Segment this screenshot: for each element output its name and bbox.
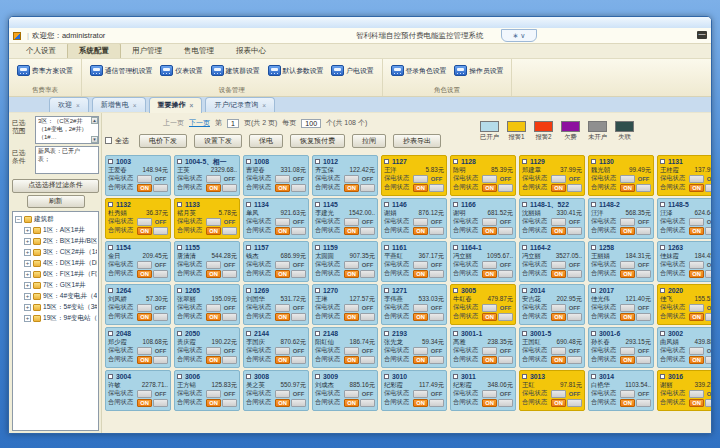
card-checkbox[interactable] bbox=[591, 374, 596, 379]
hezha-on-badge[interactable]: ON bbox=[413, 270, 428, 278]
selected-condition-box[interactable]: 新风表：已开户表； bbox=[35, 146, 99, 174]
meter-card-3001-1[interactable]: 3001-1高雅238.35元保电状态OFF合闸状态ON bbox=[450, 327, 516, 368]
hezha-on-badge[interactable]: ON bbox=[275, 399, 290, 407]
baodian-on-toggle[interactable] bbox=[137, 175, 152, 183]
card-checkbox[interactable] bbox=[384, 331, 389, 336]
tree-root[interactable]: −建筑群 bbox=[15, 214, 97, 225]
baodian-on-toggle[interactable] bbox=[689, 390, 704, 398]
expand-icon[interactable]: + bbox=[24, 315, 31, 322]
hezha-off-toggle[interactable] bbox=[705, 227, 711, 235]
hezha-on-badge[interactable]: ON bbox=[482, 399, 497, 407]
baodian-on-toggle[interactable] bbox=[413, 175, 428, 183]
hezha-on-badge[interactable]: ON bbox=[413, 399, 428, 407]
tree-item[interactable]: +1区：A区1#井 bbox=[15, 225, 97, 236]
page-number-input[interactable]: 1 bbox=[227, 119, 239, 128]
hezha-off-toggle[interactable] bbox=[222, 184, 237, 192]
meter-card-3002[interactable]: 3002曲凤娟439.88元保电状态OFF合闸状态ON bbox=[657, 327, 711, 368]
meter-card-1263[interactable]: 1263佳妹霞184.45元保电状态OFF合闸状态ON bbox=[657, 241, 711, 282]
collapse-icon[interactable]: − bbox=[15, 216, 22, 223]
tree-item[interactable]: +2区：B区1#井/B区1 bbox=[15, 236, 97, 247]
prev-page-link[interactable]: 上一页 bbox=[163, 118, 184, 128]
baodian-on-toggle[interactable] bbox=[551, 175, 566, 183]
baodian-on-toggle[interactable] bbox=[413, 304, 428, 312]
card-checkbox[interactable] bbox=[660, 245, 665, 250]
baodian-on-toggle[interactable] bbox=[551, 261, 566, 269]
hezha-on-badge[interactable]: ON bbox=[689, 227, 704, 235]
meter-card-1127[interactable]: 1127王洋5.83元保电状态OFF合闸状态ON bbox=[381, 155, 447, 196]
hezha-off-toggle[interactable] bbox=[636, 227, 651, 235]
baodian-on-toggle[interactable] bbox=[689, 175, 704, 183]
hezha-on-badge[interactable]: ON bbox=[620, 399, 635, 407]
card-checkbox[interactable] bbox=[315, 202, 320, 207]
hezha-on-badge[interactable]: ON bbox=[689, 356, 704, 364]
hezha-on-badge[interactable]: ON bbox=[275, 356, 290, 364]
baodian-on-toggle[interactable] bbox=[344, 390, 359, 398]
hezha-off-toggle[interactable] bbox=[153, 270, 168, 278]
hezha-on-badge[interactable]: ON bbox=[344, 313, 359, 321]
hezha-off-toggle[interactable] bbox=[360, 184, 375, 192]
card-checkbox[interactable] bbox=[384, 374, 389, 379]
meter-card-1130[interactable]: 1130魏光朝99.49元保电状态OFF合闸状态ON bbox=[588, 155, 654, 196]
meter-card-1146[interactable]: 1146谢娟876.12元保电状态OFF合闸状态ON bbox=[381, 198, 447, 239]
expand-icon[interactable]: + bbox=[24, 293, 31, 300]
ribbon-button-建筑群设置[interactable]: 建筑群设置 bbox=[207, 62, 264, 79]
card-checkbox[interactable] bbox=[453, 288, 458, 293]
minimize-button[interactable]: — bbox=[697, 31, 707, 39]
baodian-on-toggle[interactable] bbox=[620, 347, 635, 355]
meter-card-2020[interactable]: 2020佳飞155.53元保电状态OFF合闸状态ON bbox=[657, 284, 711, 325]
card-checkbox[interactable] bbox=[108, 374, 113, 379]
meter-card-1133[interactable]: 1133褚月英5.78元保电状态OFF合闸状态ON bbox=[174, 198, 240, 239]
card-checkbox[interactable] bbox=[384, 288, 389, 293]
meter-card-1003[interactable]: 1003王爱春148.94元保电状态OFF合闸状态ON bbox=[105, 155, 171, 196]
card-checkbox[interactable] bbox=[177, 245, 182, 250]
meter-card-3010[interactable]: 3010纪彩霞117.49元保电状态OFF合闸状态ON bbox=[381, 370, 447, 411]
meter-card-1161[interactable]: 1161平燕红367.17元保电状态OFF合闸状态ON bbox=[381, 241, 447, 282]
hezha-on-badge[interactable]: ON bbox=[413, 356, 428, 364]
ribbon-button-费率方案设置[interactable]: 费率方案设置 bbox=[13, 62, 77, 79]
hezha-on-badge[interactable]: ON bbox=[275, 227, 290, 235]
card-checkbox[interactable] bbox=[660, 331, 665, 336]
meter-card-1129[interactable]: 1129郑建章37.99元保电状态OFF合闸状态ON bbox=[519, 155, 585, 196]
hezha-on-badge[interactable]: ON bbox=[551, 356, 566, 364]
hezha-off-toggle[interactable] bbox=[222, 313, 237, 321]
hezha-off-toggle[interactable] bbox=[360, 356, 375, 364]
expand-icon[interactable]: + bbox=[24, 260, 31, 267]
expand-icon[interactable]: + bbox=[24, 271, 31, 278]
card-checkbox[interactable] bbox=[315, 331, 320, 336]
ribbon-button-登录角色设置[interactable]: 登录角色设置 bbox=[387, 62, 451, 79]
baodian-on-toggle[interactable] bbox=[620, 304, 635, 312]
card-checkbox[interactable] bbox=[453, 374, 458, 379]
meter-card-1155[interactable]: 1155唐清清544.28元保电状态OFF合闸状态ON bbox=[174, 241, 240, 282]
baodian-on-toggle[interactable] bbox=[620, 261, 635, 269]
hezha-on-badge[interactable]: ON bbox=[206, 270, 221, 278]
card-checkbox[interactable] bbox=[177, 331, 182, 336]
baodian-on-toggle[interactable] bbox=[551, 347, 566, 355]
hezha-on-badge[interactable]: ON bbox=[206, 356, 221, 364]
meter-card-2050[interactable]: 2050贵庆霞190.22元保电状态OFF合闸状态ON bbox=[174, 327, 240, 368]
ribbon-button-默认参数设置[interactable]: 默认参数设置 bbox=[264, 62, 328, 79]
meter-card-1164-2[interactable]: 1164-2冯立丽3527.05..保电状态OFF合闸状态ON bbox=[519, 241, 585, 282]
hezha-off-toggle[interactable] bbox=[705, 270, 711, 278]
hezha-off-toggle[interactable] bbox=[567, 313, 582, 321]
card-checkbox[interactable] bbox=[108, 245, 113, 250]
meter-card-1164-1[interactable]: 1164-1冯立丽1095.67..保电状态OFF合闸状态ON bbox=[450, 241, 516, 282]
hezha-off-toggle[interactable] bbox=[222, 227, 237, 235]
hezha-on-badge[interactable]: ON bbox=[275, 313, 290, 321]
hezha-off-toggle[interactable] bbox=[153, 356, 168, 364]
hezha-on-badge[interactable]: ON bbox=[275, 184, 290, 192]
hezha-on-badge[interactable]: ON bbox=[620, 356, 635, 364]
hezha-on-badge[interactable]: ON bbox=[482, 270, 497, 278]
hezha-on-badge[interactable]: ON bbox=[689, 399, 704, 407]
card-checkbox[interactable] bbox=[660, 374, 665, 379]
card-checkbox[interactable] bbox=[177, 159, 182, 164]
meter-card-1004-5、相一[interactable]: 1004-5、相一王英2329.68..保电状态OFF合闸状态ON bbox=[174, 155, 240, 196]
card-checkbox[interactable] bbox=[660, 159, 665, 164]
tab-close-icon[interactable]: × bbox=[76, 102, 80, 109]
hezha-off-toggle[interactable] bbox=[567, 184, 582, 192]
baodian-on-toggle[interactable] bbox=[344, 175, 359, 183]
hezha-on-badge[interactable]: ON bbox=[551, 270, 566, 278]
hezha-off-toggle[interactable] bbox=[498, 227, 513, 235]
tree-item[interactable]: +9区：4#变电井（4# bbox=[15, 291, 97, 302]
action-button-电价下发[interactable]: 电价下发 bbox=[139, 134, 187, 148]
card-checkbox[interactable] bbox=[246, 288, 251, 293]
